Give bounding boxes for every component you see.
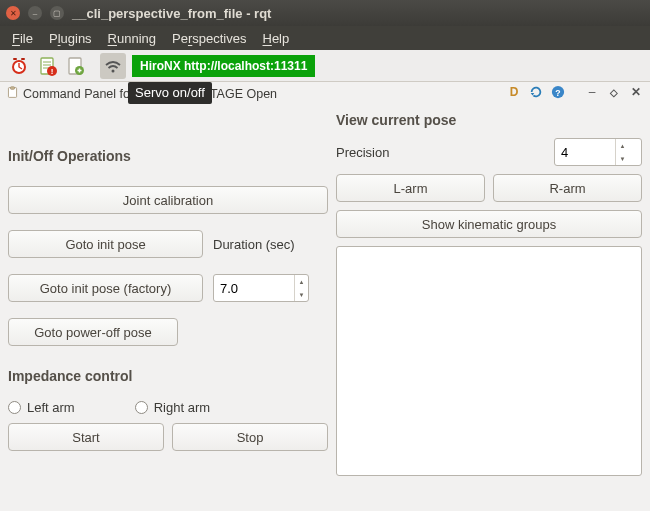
svg-text:!: !	[51, 67, 54, 76]
precision-label: Precision	[336, 145, 389, 160]
ros-master-label[interactable]: HiroNX http://localhost:11311	[132, 55, 315, 77]
precision-input[interactable]	[555, 139, 615, 165]
impedance-header: Impedance control	[8, 368, 328, 384]
document-add-icon[interactable]	[62, 53, 88, 79]
window-maximize-button[interactable]: ▢	[50, 6, 64, 20]
menu-perspectives[interactable]: Perspectives	[172, 31, 246, 46]
left-arm-radio[interactable]: Left arm	[8, 400, 75, 415]
svg-point-12	[112, 69, 115, 72]
plugin-tab-row: Command Panel for Hironx / NEXTAGE Open …	[0, 82, 650, 106]
impedance-stop-button[interactable]: Stop	[172, 423, 328, 451]
duration-step-up[interactable]: ▲	[295, 275, 308, 288]
goto-init-pose-button[interactable]: Goto init pose	[8, 230, 203, 258]
duration-label: Duration (sec)	[213, 237, 295, 252]
goto-init-pose-factory-button[interactable]: Goto init pose (factory)	[8, 274, 203, 302]
menu-bar: File Plugins Running Perspectives Help	[0, 26, 650, 50]
impedance-start-button[interactable]: Start	[8, 423, 164, 451]
rarm-button[interactable]: R-arm	[493, 174, 642, 202]
window-titlebar: ✕ – ▢ __cli_perspective_from_file - rqt	[0, 0, 650, 26]
clipboard-icon	[6, 86, 19, 102]
window-close-button[interactable]: ✕	[6, 6, 20, 20]
joint-calibration-button[interactable]: Joint calibration	[8, 186, 328, 214]
duration-spinbox[interactable]: ▲ ▼	[213, 274, 309, 302]
goto-poweroff-pose-button[interactable]: Goto power-off pose	[8, 318, 178, 346]
show-kinematic-groups-button[interactable]: Show kinematic groups	[336, 210, 642, 238]
init-off-header: Init/Off Operations	[8, 148, 328, 164]
window-title: __cli_perspective_from_file - rqt	[72, 6, 271, 21]
minimize-dock-icon[interactable]: –	[584, 84, 600, 100]
red-clock-icon[interactable]	[6, 53, 32, 79]
document-icon[interactable]: !	[34, 53, 60, 79]
radio-icon	[135, 401, 148, 414]
menu-plugins[interactable]: Plugins	[49, 31, 92, 46]
pose-output-textbox[interactable]	[336, 246, 642, 476]
window-minimize-button[interactable]: –	[28, 6, 42, 20]
right-arm-radio[interactable]: Right arm	[135, 400, 210, 415]
precision-spinbox[interactable]: ▲ ▼	[554, 138, 642, 166]
duration-input[interactable]	[214, 275, 294, 301]
close-dock-icon[interactable]: ✕	[628, 84, 644, 100]
toolbar: ! HiroNX http://localhost:11311	[0, 50, 650, 82]
svg-rect-14	[10, 87, 14, 89]
wifi-icon[interactable]	[100, 53, 126, 79]
menu-running[interactable]: Running	[108, 31, 156, 46]
svg-text:?: ?	[555, 88, 560, 98]
svg-rect-2	[13, 58, 17, 60]
tooltip: Servo on/off	[128, 82, 212, 104]
menu-file[interactable]: File	[12, 31, 33, 46]
undock-icon[interactable]: ◇	[606, 84, 622, 100]
radio-icon	[8, 401, 21, 414]
precision-step-up[interactable]: ▲	[616, 139, 629, 152]
precision-step-down[interactable]: ▼	[616, 152, 629, 165]
menu-help[interactable]: Help	[263, 31, 290, 46]
refresh-icon[interactable]	[528, 84, 544, 100]
duration-step-down[interactable]: ▼	[295, 288, 308, 301]
d-icon[interactable]: D	[506, 84, 522, 100]
view-pose-header: View current pose	[336, 112, 642, 128]
svg-rect-3	[21, 58, 25, 60]
panel-body: Init/Off Operations Joint calibration Go…	[0, 106, 650, 484]
larm-button[interactable]: L-arm	[336, 174, 485, 202]
help-icon[interactable]: ?	[550, 84, 566, 100]
